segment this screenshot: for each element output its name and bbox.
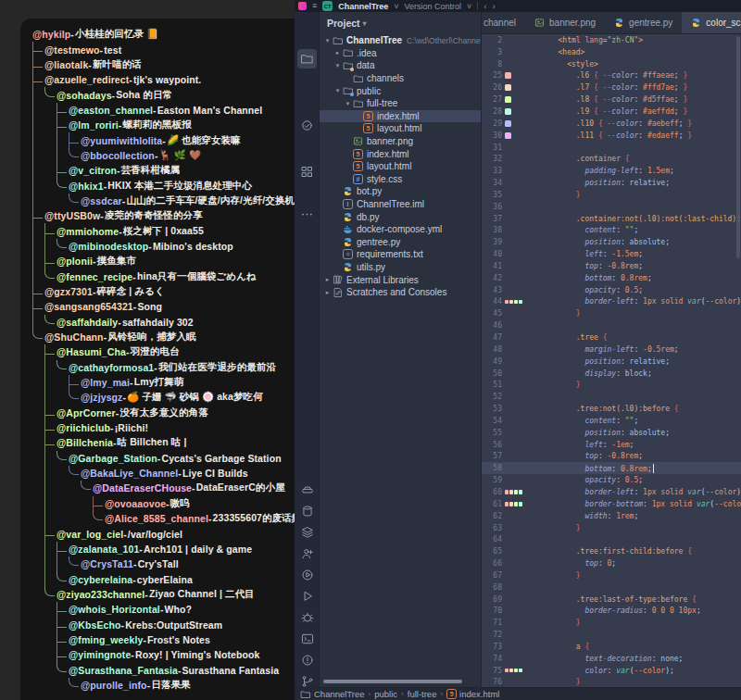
channel-link[interactable]: @lmy_mai [81, 377, 130, 388]
project-item-data[interactable]: ▾data [320, 59, 481, 72]
project-item-bot.py[interactable]: bot.py [320, 185, 481, 198]
code-line[interactable]: 34 position: relative; [482, 177, 741, 189]
code-line[interactable]: 28 .l9 { --color: #aeffdd; } [482, 106, 741, 118]
code-line[interactable]: 51 } [482, 379, 741, 391]
channel-link[interactable]: @plonii [57, 256, 93, 267]
project-item-channels[interactable]: channels [320, 72, 481, 85]
code-line[interactable]: 36 [482, 201, 741, 213]
project-item-requirements.txt[interactable]: ≡requirements.txt [320, 248, 481, 261]
channel-link[interactable]: @lm_roriri [69, 119, 119, 131]
code-line[interactable]: 39 position: absolute; [482, 236, 741, 248]
vcs-widget[interactable]: Version Control [405, 2, 462, 11]
color-swatch-icon[interactable] [505, 72, 511, 79]
code-line[interactable]: 26 .l7 { --color: #ffd7ae; } [482, 81, 741, 94]
more-tool-icon[interactable] [297, 205, 317, 224]
code-line[interactable]: 56 left: -1em; [482, 439, 741, 451]
channel-link[interactable]: @yimingnote [69, 649, 131, 660]
color-swatch-icon[interactable] [505, 96, 511, 103]
code-line[interactable]: 2 <html lang="zh-CN"> [482, 34, 741, 46]
project-item-layout.html[interactable]: 5layout.html [320, 160, 481, 173]
database-tool-icon[interactable] [297, 501, 317, 520]
nav-back-button[interactable]: ‹ [484, 2, 486, 11]
main-menu-button[interactable]: ≡ [312, 2, 317, 10]
code-line[interactable]: 3 <head> [482, 46, 741, 58]
breadcrumb-item-public[interactable]: public [374, 689, 397, 699]
channel-link[interactable]: @cathayformosa1 [69, 362, 154, 373]
code-line[interactable]: 57 top: -0.8rem; [482, 451, 741, 463]
code-line[interactable]: 53 .tree:not(.l0):before { [482, 403, 741, 415]
channel-link[interactable]: @AprCorner [57, 407, 116, 419]
project-name[interactable]: ChannelTree [338, 2, 388, 11]
channel-link[interactable]: @bbocollection [81, 150, 155, 161]
code-line[interactable]: 64 [482, 533, 741, 545]
code-line[interactable]: 35 } [482, 189, 741, 201]
code-line[interactable]: 46 [482, 319, 741, 331]
channel-link[interactable]: @Billchenia [57, 437, 113, 448]
code-line[interactable]: 50 display: block; [482, 368, 741, 380]
code-line[interactable]: 33 padding-left: 1.5em; [482, 165, 741, 177]
user-plus-tool-icon[interactable] [297, 544, 317, 563]
channel-link[interactable]: @sohadays [57, 90, 112, 101]
project-item-utils.py[interactable]: utils.py [320, 261, 481, 274]
tab-gentree.py[interactable]: gentree.py [605, 12, 682, 33]
project-item-channeltree[interactable]: ▾ChannelTreeC:\wd\Otherl\ChannelTree [320, 34, 481, 47]
color-swatch-icon[interactable] [505, 108, 511, 115]
code-line[interactable]: 73 a { [482, 641, 741, 653]
code-line[interactable]: 62 width: 1rem; [482, 510, 741, 522]
code-line[interactable]: 40 left: -1.5em; [482, 248, 741, 260]
channel-link[interactable]: @fming_weekly [69, 634, 143, 645]
channel-link[interactable]: @Garbage_Station [69, 453, 157, 464]
channel-link[interactable]: @zalanata_101 [69, 544, 139, 555]
channel-link[interactable]: @riichiclub [57, 422, 110, 433]
code-line[interactable]: 8 <style> [482, 58, 741, 70]
code-line[interactable]: 67 } [482, 569, 741, 581]
breadcrumb-item-channeltree[interactable]: ChannelTree [300, 689, 365, 700]
chevron-down-icon[interactable]: ▾ [323, 37, 332, 44]
services-tool-icon[interactable] [297, 480, 317, 499]
color-swatch-icon[interactable] [514, 669, 518, 673]
code-line[interactable]: 63 } [482, 522, 741, 534]
channel-link[interactable]: @azuelle_redirect [44, 74, 129, 85]
channel-link[interactable]: @Alice_8585_channel [105, 513, 208, 524]
structure-tool-icon[interactable] [297, 162, 317, 181]
breadcrumb-item-index.html[interactable]: 5index.html [446, 689, 499, 699]
channel-link[interactable]: @var_log_ciel [57, 529, 123, 540]
color-swatch-icon[interactable] [505, 132, 511, 139]
chevron-right-icon[interactable]: ▸ [323, 276, 332, 283]
code-line[interactable]: 74 text-decoration: none; [482, 653, 741, 665]
problems-tool-icon[interactable] [297, 650, 317, 669]
code-line[interactable]: 27 .l8 { --color: #d5ffae; } [482, 94, 741, 106]
code-line[interactable]: 75 color: var(--color); [482, 665, 741, 677]
code-line[interactable]: 69 .tree:last-of-type:before { [482, 594, 741, 606]
channel-link[interactable]: @fennec_recipe [57, 271, 132, 282]
project-item-channeltree.iml[interactable]: IChannelTree.iml [320, 198, 481, 211]
channel-link[interactable]: @Hasumi_Cha [57, 346, 126, 357]
color-swatch-icon[interactable] [505, 120, 511, 127]
project-item-docker-compose.yml[interactable]: docker-compose.yml [320, 223, 481, 236]
code-line[interactable]: 61 border-bottom: 1px solid var(--color)… [482, 498, 741, 510]
chevron-down-icon[interactable]: ▾ [333, 87, 342, 94]
channel-link[interactable]: @KbsEcho [69, 619, 121, 631]
color-swatch-icon[interactable] [505, 84, 511, 91]
code-editor[interactable]: 2 <html lang="zh-CN">3 <head>8 <style>25… [482, 34, 741, 687]
code-line[interactable]: 45 } [482, 307, 741, 319]
breadcrumb-item-full-tree[interactable]: full-tree [408, 689, 437, 699]
code-line[interactable]: 41 top: -0.8rem; [482, 260, 741, 272]
channel-link[interactable]: @mibinodesktop [69, 241, 148, 252]
commit-tool-icon[interactable] [297, 116, 317, 135]
code-line[interactable]: 44 border-left: 1px solid var(--color); [482, 296, 741, 308]
nav-forward-button[interactable]: › [492, 2, 495, 11]
project-item-full-tree[interactable]: ▾full-tree [320, 97, 481, 110]
chevron-down-icon[interactable]: ▾ [333, 62, 342, 69]
channel-link[interactable]: @sangsang654321 [44, 301, 133, 312]
channel-link[interactable]: @hkix1 [69, 181, 104, 192]
color-swatch-icon[interactable] [509, 669, 513, 673]
code-line[interactable]: 72 [482, 629, 741, 641]
code-line[interactable]: 60 border-left: 1px solid var(--color); [482, 486, 741, 498]
code-line[interactable]: 68 [482, 581, 741, 594]
chevron-right-icon[interactable]: ▸ [333, 49, 342, 56]
color-swatch-icon[interactable] [514, 300, 518, 305]
project-item-style.css[interactable]: #style.css [320, 173, 481, 186]
tab-channel[interactable]: channel [482, 12, 525, 33]
vertical-scrollbar[interactable] [736, 36, 740, 258]
